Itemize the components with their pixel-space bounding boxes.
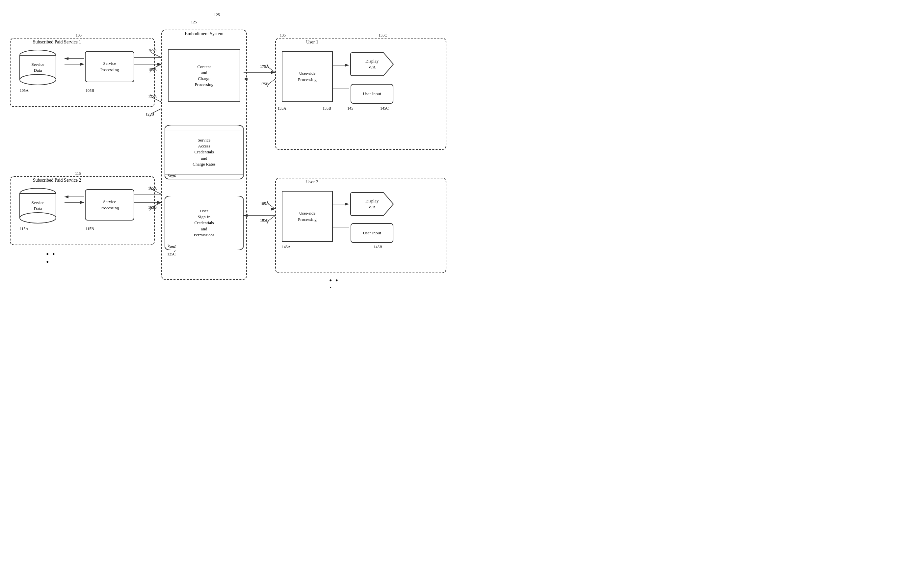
label-125c: 125C — [167, 252, 176, 257]
label-125a: 125A — [148, 94, 157, 99]
user2-processing-label: User-sideProcessing — [298, 210, 317, 222]
label-155a: 155A — [148, 48, 157, 53]
label-175b: 175B — [260, 82, 269, 86]
service2-data-cylinder: ServiceData — [16, 187, 59, 224]
label-105b: 105B — [86, 88, 94, 93]
label-185b: 185B — [260, 218, 269, 223]
more-services-dots: • •• — [46, 250, 56, 266]
label-105a: 105A — [20, 88, 29, 93]
service2-data-label: ServiceData — [32, 200, 45, 212]
label-135c: 135C — [379, 33, 387, 38]
user2-processing-box: User-sideProcessing — [282, 191, 333, 242]
user1-display-shape: DisplayV/A — [349, 51, 395, 77]
user2-input-box: User Input — [350, 223, 393, 243]
service2-title: Subscribed Paid Service 2 — [33, 178, 81, 183]
service1-data-label: ServiceData — [32, 62, 45, 74]
label-165b: 165B — [148, 205, 157, 210]
service-access-label: ServiceAccessCredentialsandCharge Rates — [193, 137, 215, 167]
label-145b: 145B — [374, 245, 382, 250]
label-105: 105 — [76, 33, 82, 38]
service-access-scroll: ServiceAccessCredentialsandCharge Rates — [165, 125, 244, 179]
label-135a: 135A — [278, 106, 286, 111]
service2-processing-box: ServiceProcessing — [85, 189, 134, 221]
service1-processing-label: ServiceProcessing — [101, 61, 119, 72]
label-125: 125 — [191, 20, 197, 25]
user1-input-box: User Input — [350, 84, 393, 104]
embodiment-title: Embodiment System — [168, 31, 240, 37]
diagram: 125 Subscribed Paid Service 1 ServiceDat… — [0, 0, 462, 288]
label-145: 145 — [347, 106, 353, 111]
user2-title: User 2 — [306, 179, 318, 185]
service1-processing-box: ServiceProcessing — [85, 51, 134, 82]
service2-processing-label: ServiceProcessing — [101, 199, 119, 211]
user1-processing-label: User-sideProcessing — [298, 70, 317, 82]
user-signin-scroll: UserSign-inCredentialsandPermissions — [165, 196, 244, 250]
service1-title: Subscribed Paid Service 1 — [33, 40, 81, 45]
label-165a: 165A — [148, 186, 157, 191]
label-115a: 115A — [20, 226, 28, 231]
user2-input-label: User Input — [363, 230, 381, 236]
label-145c: 145C — [380, 106, 389, 111]
service1-data-cylinder: ServiceData — [16, 50, 59, 86]
content-charge-box: ContentandChargeProcessing — [168, 50, 240, 102]
more-users-dots: • •• — [329, 277, 339, 288]
label-115b: 115B — [86, 226, 94, 231]
label-175a: 175A — [260, 64, 269, 69]
user2-display-shape: DisplayV/A — [349, 191, 395, 217]
user1-input-label: User Input — [363, 91, 381, 97]
user2-display-label: DisplayV/A — [365, 198, 379, 210]
label-135b: 135B — [323, 106, 331, 111]
user1-processing-box: User-sideProcessing — [282, 51, 333, 102]
label-185a: 185A — [260, 202, 269, 206]
label-145a: 145A — [282, 245, 291, 250]
label-135: 135 — [280, 33, 286, 38]
content-charge-label: ContentandChargeProcessing — [195, 64, 213, 88]
user1-title: User 1 — [306, 40, 318, 45]
user1-display-label: DisplayV/A — [365, 58, 379, 70]
svg-point-20 — [20, 74, 56, 85]
system-label: 125 — [214, 13, 220, 18]
label-125b: 125B — [145, 112, 154, 117]
user-signin-label: UserSign-inCredentialsandPermissions — [194, 208, 215, 238]
label-115: 115 — [75, 171, 81, 176]
svg-point-23 — [20, 213, 56, 223]
label-155b: 155B — [148, 67, 157, 72]
